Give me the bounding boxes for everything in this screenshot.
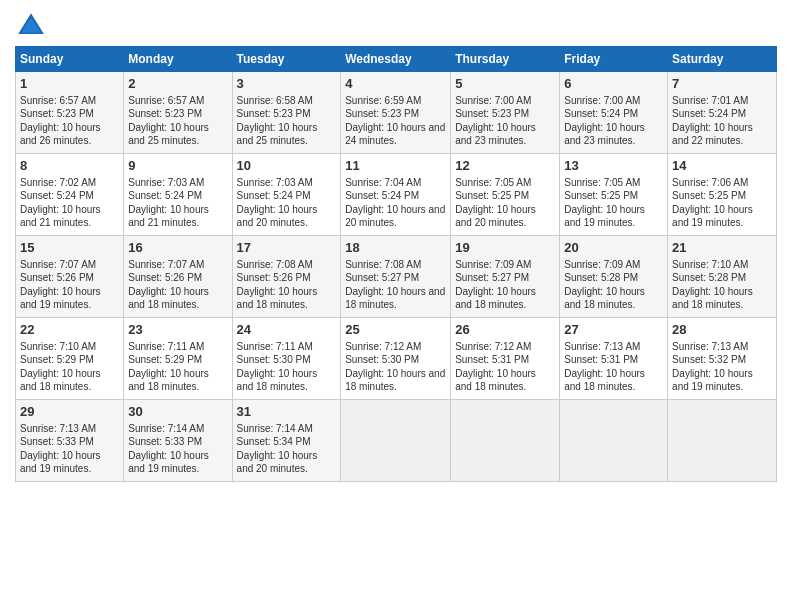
day-header-saturday: Saturday: [668, 47, 777, 72]
calendar-cell: 1Sunrise: 6:57 AM Sunset: 5:23 PM Daylig…: [16, 72, 124, 154]
calendar-cell: 2Sunrise: 6:57 AM Sunset: 5:23 PM Daylig…: [124, 72, 232, 154]
day-number: 9: [128, 157, 227, 175]
day-info: Sunrise: 7:10 AM: [20, 341, 96, 352]
day-number: 4: [345, 75, 446, 93]
day-header-thursday: Thursday: [451, 47, 560, 72]
day-info: Sunrise: 7:08 AM: [345, 259, 421, 270]
day-info: Sunrise: 7:13 AM: [564, 341, 640, 352]
calendar-cell: 3Sunrise: 6:58 AM Sunset: 5:23 PM Daylig…: [232, 72, 341, 154]
calendar-cell: 29Sunrise: 7:13 AM Sunset: 5:33 PM Dayli…: [16, 400, 124, 482]
day-info: Sunset: 5:23 PM: [345, 108, 419, 119]
day-info: and 18 minutes.: [672, 299, 743, 310]
day-info: Daylight: 10 hours: [345, 122, 426, 133]
calendar-cell: [451, 400, 560, 482]
day-info: Daylight: 10 hours: [672, 368, 753, 379]
day-info: Sunset: 5:31 PM: [455, 354, 529, 365]
day-info: Daylight: 10 hours: [455, 368, 536, 379]
day-info: Sunset: 5:24 PM: [237, 190, 311, 201]
day-info: Sunset: 5:33 PM: [20, 436, 94, 447]
calendar-cell: 28Sunrise: 7:13 AM Sunset: 5:32 PM Dayli…: [668, 318, 777, 400]
day-info: Sunrise: 7:00 AM: [455, 95, 531, 106]
calendar-header-row: SundayMondayTuesdayWednesdayThursdayFrid…: [16, 47, 777, 72]
day-number: 28: [672, 321, 772, 339]
day-number: 31: [237, 403, 337, 421]
day-info: and 18 minutes.: [237, 299, 308, 310]
day-info: and 19 minutes.: [672, 381, 743, 392]
day-info: and 20 minutes.: [237, 463, 308, 474]
day-info: Sunrise: 7:13 AM: [672, 341, 748, 352]
day-number: 14: [672, 157, 772, 175]
day-info: Sunset: 5:30 PM: [237, 354, 311, 365]
day-number: 18: [345, 239, 446, 257]
day-info: Daylight: 10 hours: [128, 450, 209, 461]
calendar-cell: 14Sunrise: 7:06 AM Sunset: 5:25 PM Dayli…: [668, 154, 777, 236]
calendar-cell: 25Sunrise: 7:12 AM Sunset: 5:30 PM Dayli…: [341, 318, 451, 400]
day-info: Sunrise: 7:01 AM: [672, 95, 748, 106]
day-info: and 21 minutes.: [128, 217, 199, 228]
day-info: Sunset: 5:24 PM: [20, 190, 94, 201]
day-info: Sunset: 5:34 PM: [237, 436, 311, 447]
day-info: Sunset: 5:24 PM: [345, 190, 419, 201]
day-info: Daylight: 10 hours: [128, 122, 209, 133]
day-info: Daylight: 10 hours: [20, 204, 101, 215]
calendar-cell: 26Sunrise: 7:12 AM Sunset: 5:31 PM Dayli…: [451, 318, 560, 400]
day-info: Sunset: 5:26 PM: [128, 272, 202, 283]
day-info: Sunset: 5:29 PM: [128, 354, 202, 365]
calendar-cell: 5Sunrise: 7:00 AM Sunset: 5:23 PM Daylig…: [451, 72, 560, 154]
day-info: Sunset: 5:24 PM: [672, 108, 746, 119]
day-info: Sunrise: 6:59 AM: [345, 95, 421, 106]
calendar-cell: 11Sunrise: 7:04 AM Sunset: 5:24 PM Dayli…: [341, 154, 451, 236]
day-number: 23: [128, 321, 227, 339]
day-info: Sunset: 5:32 PM: [672, 354, 746, 365]
day-number: 1: [20, 75, 119, 93]
day-info: Sunset: 5:23 PM: [128, 108, 202, 119]
calendar-cell: 9Sunrise: 7:03 AM Sunset: 5:24 PM Daylig…: [124, 154, 232, 236]
day-info: Daylight: 10 hours: [237, 450, 318, 461]
day-info: Sunrise: 7:04 AM: [345, 177, 421, 188]
day-number: 15: [20, 239, 119, 257]
calendar-cell: 31Sunrise: 7:14 AM Sunset: 5:34 PM Dayli…: [232, 400, 341, 482]
day-info: Sunrise: 7:03 AM: [237, 177, 313, 188]
day-info: Sunrise: 7:00 AM: [564, 95, 640, 106]
header: [15, 10, 777, 42]
day-info: and 18 minutes.: [237, 381, 308, 392]
calendar-cell: 10Sunrise: 7:03 AM Sunset: 5:24 PM Dayli…: [232, 154, 341, 236]
day-info: Sunset: 5:23 PM: [237, 108, 311, 119]
day-info: and 20 minutes.: [237, 217, 308, 228]
day-info: Sunrise: 7:07 AM: [20, 259, 96, 270]
day-number: 25: [345, 321, 446, 339]
day-info: and 18 minutes.: [455, 381, 526, 392]
day-info: Sunset: 5:25 PM: [564, 190, 638, 201]
calendar-week-4: 22Sunrise: 7:10 AM Sunset: 5:29 PM Dayli…: [16, 318, 777, 400]
day-info: Sunrise: 7:13 AM: [20, 423, 96, 434]
day-info: Sunset: 5:31 PM: [564, 354, 638, 365]
calendar-cell: 17Sunrise: 7:08 AM Sunset: 5:26 PM Dayli…: [232, 236, 341, 318]
day-info: and 19 minutes.: [20, 299, 91, 310]
day-info: Sunrise: 7:10 AM: [672, 259, 748, 270]
day-header-monday: Monday: [124, 47, 232, 72]
day-number: 20: [564, 239, 663, 257]
day-info: Sunrise: 7:12 AM: [345, 341, 421, 352]
day-number: 17: [237, 239, 337, 257]
day-info: and 18 minutes.: [128, 299, 199, 310]
day-info: and 20 minutes.: [455, 217, 526, 228]
calendar-cell: 16Sunrise: 7:07 AM Sunset: 5:26 PM Dayli…: [124, 236, 232, 318]
day-number: 21: [672, 239, 772, 257]
day-number: 13: [564, 157, 663, 175]
day-info: Sunset: 5:23 PM: [455, 108, 529, 119]
day-info: Sunrise: 6:58 AM: [237, 95, 313, 106]
calendar-week-5: 29Sunrise: 7:13 AM Sunset: 5:33 PM Dayli…: [16, 400, 777, 482]
day-info: Daylight: 10 hours: [237, 122, 318, 133]
day-info: Daylight: 10 hours: [564, 204, 645, 215]
day-info: and 19 minutes.: [20, 463, 91, 474]
day-info: Sunrise: 7:05 AM: [455, 177, 531, 188]
day-info: Sunset: 5:27 PM: [455, 272, 529, 283]
day-number: 10: [237, 157, 337, 175]
day-info: and 19 minutes.: [672, 217, 743, 228]
day-info: Sunrise: 7:12 AM: [455, 341, 531, 352]
calendar-cell: 4Sunrise: 6:59 AM Sunset: 5:23 PM Daylig…: [341, 72, 451, 154]
day-header-tuesday: Tuesday: [232, 47, 341, 72]
logo: [15, 10, 51, 42]
day-info: Daylight: 10 hours: [564, 122, 645, 133]
day-number: 12: [455, 157, 555, 175]
